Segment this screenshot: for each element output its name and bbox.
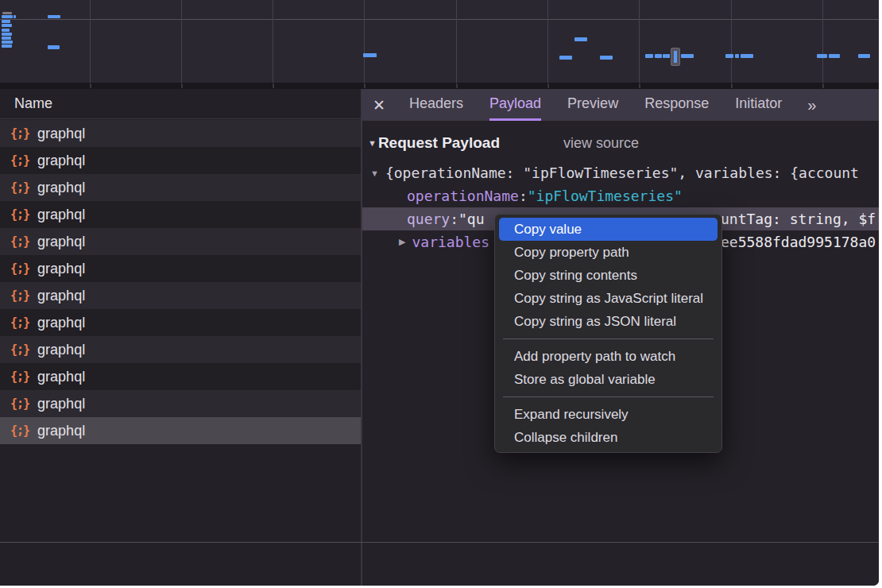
name-column-header[interactable]: Name xyxy=(0,89,361,119)
request-timing-bar xyxy=(666,54,670,58)
tab-initiator[interactable]: Initiator xyxy=(735,89,782,121)
disclosure-triangle-icon[interactable]: ▶ xyxy=(399,237,405,247)
request-timing-bar xyxy=(574,37,587,41)
timeline-gridline xyxy=(364,0,365,83)
devtools-window: Name {;}graphql{;}graphql{;}graphql{;}gr… xyxy=(0,0,879,586)
request-timing-bar xyxy=(48,15,60,18)
request-timing-bar xyxy=(2,37,11,40)
timeline-gridline xyxy=(547,0,548,83)
request-name-label: graphql xyxy=(37,261,85,277)
timeline-gridline xyxy=(822,0,823,83)
more-tabs-icon[interactable]: » xyxy=(807,96,814,114)
copy-string-contents-menu-item[interactable]: Copy string contents xyxy=(499,264,718,287)
braces-fetch-icon: {;} xyxy=(10,342,29,357)
timeline-gridline xyxy=(273,0,273,83)
request-row[interactable]: {;}graphql xyxy=(0,390,361,417)
request-timing-bar xyxy=(2,20,10,23)
network-overview-timeline[interactable] xyxy=(0,0,879,83)
variables-value-fragment: ee5588fdad995178a0 xyxy=(721,230,876,253)
timeline-tick xyxy=(456,83,458,88)
tab-payload[interactable]: Payload xyxy=(489,89,541,121)
braces-fetch-icon: {;} xyxy=(10,261,29,276)
overview-divider-line xyxy=(0,19,879,20)
tab-preview[interactable]: Preview xyxy=(567,89,618,121)
copy-value-menu-item[interactable]: Copy value xyxy=(499,218,718,241)
braces-fetch-icon: {;} xyxy=(10,288,29,303)
request-row[interactable]: {;}graphql xyxy=(0,147,361,174)
context-menu: Copy valueCopy property pathCopy string … xyxy=(494,214,722,453)
timeline-gridline xyxy=(456,0,457,83)
request-name-label: graphql xyxy=(37,126,85,142)
collapse-children-menu-item[interactable]: Collapse children xyxy=(499,426,718,449)
request-timing-bar xyxy=(645,54,653,58)
colon: : xyxy=(450,211,458,227)
request-row[interactable]: {;}graphql xyxy=(0,363,361,390)
request-rows: {;}graphql{;}graphql{;}graphql{;}graphql… xyxy=(0,120,361,444)
payload-root-row[interactable]: ▼ {operationName: "ipFlowTimeseries", va… xyxy=(362,161,879,184)
colon: : xyxy=(519,188,528,204)
network-main-area: Name {;}graphql{;}graphql{;}graphql{;}gr… xyxy=(0,89,879,586)
selected-request-marker-bar xyxy=(674,51,677,63)
store-as-global-variable-menu-item[interactable]: Store as global variable xyxy=(499,368,718,391)
add-property-path-to-watch-menu-item[interactable]: Add property path to watch xyxy=(499,345,718,368)
timeline-tick xyxy=(639,83,640,88)
timeline-tick xyxy=(364,83,366,88)
operation-name-row[interactable]: operationName: "ipFlowTimeseries" xyxy=(362,184,879,207)
braces-fetch-icon: {;} xyxy=(10,180,29,195)
request-name-label: graphql xyxy=(37,396,85,412)
request-timing-bar xyxy=(2,44,12,48)
request-name-label: graphql xyxy=(37,315,85,331)
braces-fetch-icon: {;} xyxy=(10,369,29,384)
request-timing-bar xyxy=(2,29,10,32)
timeline-tick xyxy=(181,83,183,88)
tab-response[interactable]: Response xyxy=(644,89,709,121)
request-row[interactable]: {;}graphql xyxy=(0,309,361,336)
request-name-label: graphql xyxy=(37,234,85,250)
request-row[interactable]: {;}graphql xyxy=(0,255,361,282)
request-row[interactable]: {;}graphql xyxy=(0,201,361,228)
summary-bar-divider xyxy=(0,542,879,543)
overview-scale-strip xyxy=(0,83,879,89)
property-key: operationName xyxy=(407,188,519,204)
request-timing-bar xyxy=(600,56,613,60)
request-timing-bar xyxy=(2,24,12,27)
request-payload-section-header[interactable]: ▼ Request Payload view source xyxy=(362,131,500,155)
request-name-label: graphql xyxy=(37,180,85,196)
braces-fetch-icon: {;} xyxy=(10,153,29,168)
close-icon[interactable]: ✕ xyxy=(373,96,392,114)
timeline-tick xyxy=(90,83,91,88)
request-timing-bar xyxy=(858,54,870,58)
braces-fetch-icon: {;} xyxy=(10,315,29,330)
timeline-tick xyxy=(822,83,824,88)
braces-fetch-icon: {;} xyxy=(10,397,29,411)
request-row[interactable]: {;}graphql xyxy=(0,228,361,255)
braces-fetch-icon: {;} xyxy=(10,207,29,222)
request-name-label: graphql xyxy=(37,369,85,385)
request-timing-bar xyxy=(741,54,753,58)
copy-property-path-menu-item[interactable]: Copy property path xyxy=(499,241,718,264)
request-row[interactable]: {;}graphql xyxy=(0,120,361,147)
braces-fetch-icon: {;} xyxy=(10,424,29,438)
timeline-tick xyxy=(731,83,733,88)
request-row[interactable]: {;}graphql xyxy=(0,174,361,201)
request-row[interactable]: {;}graphql xyxy=(0,417,361,444)
request-timing-bar xyxy=(681,54,694,58)
request-timing-bar xyxy=(363,53,377,57)
copy-string-as-json-literal-menu-item[interactable]: Copy string as JSON literal xyxy=(499,310,718,333)
disclosure-triangle-icon[interactable]: ▼ xyxy=(370,168,379,178)
braces-fetch-icon: {;} xyxy=(10,126,29,141)
section-collapse-triangle-icon[interactable]: ▼ xyxy=(368,138,377,148)
expand-recursively-menu-item[interactable]: Expand recursively xyxy=(499,403,718,426)
panel-split-divider[interactable] xyxy=(361,89,362,586)
tab-headers[interactable]: Headers xyxy=(409,89,463,121)
request-row[interactable]: {;}graphql xyxy=(0,282,361,309)
timeline-gridline xyxy=(639,0,640,83)
view-source-link[interactable]: view source xyxy=(563,135,639,152)
menu-separator xyxy=(495,391,721,403)
request-timing-bar xyxy=(2,33,12,36)
request-timing-bar xyxy=(735,54,739,58)
request-timing-bar xyxy=(655,54,662,58)
request-row[interactable]: {;}graphql xyxy=(0,336,361,363)
property-key: query xyxy=(407,211,450,227)
copy-string-as-javascript-literal-menu-item[interactable]: Copy string as JavaScript literal xyxy=(499,287,718,310)
